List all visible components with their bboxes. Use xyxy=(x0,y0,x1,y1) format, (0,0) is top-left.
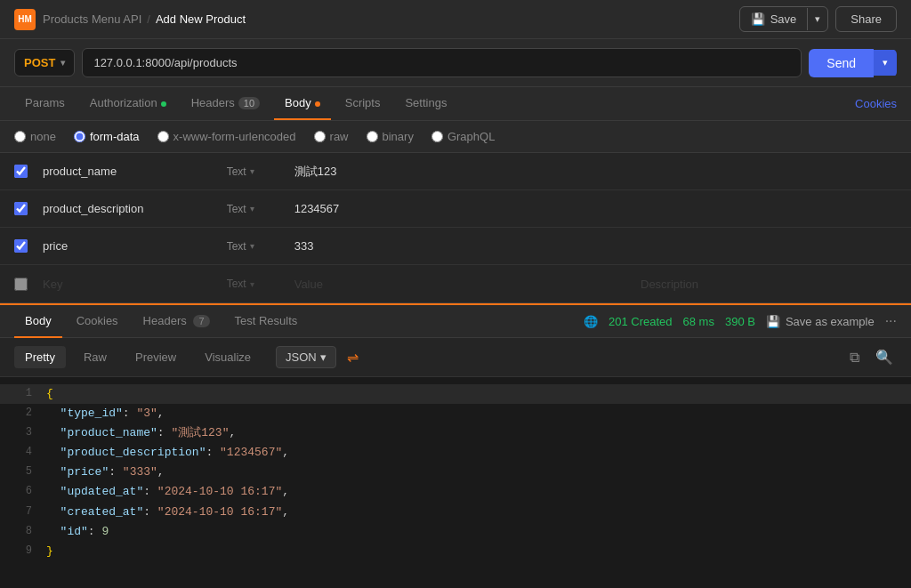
row-type-arrow-icon: ▾ xyxy=(250,166,254,176)
titlebar-right: 💾 Save ▾ Share xyxy=(739,6,897,32)
row-key-placeholder[interactable]: Key xyxy=(43,269,216,300)
row-type-arrow-icon: ▾ xyxy=(250,279,254,289)
line-number: 6 xyxy=(14,482,32,502)
save-icon: 💾 xyxy=(751,12,765,26)
format-type-label: JSON xyxy=(286,350,317,364)
row-type-select[interactable]: Text ▾ xyxy=(216,240,287,253)
tab-body[interactable]: Body xyxy=(274,87,331,120)
row-value-placeholder[interactable]: Value xyxy=(287,269,633,300)
radio-urlencoded-input[interactable] xyxy=(157,131,169,142)
row-value: 1234567 xyxy=(287,193,633,224)
radio-raw-input[interactable] xyxy=(314,131,326,142)
response-tab-test-results[interactable]: Test Results xyxy=(224,305,309,338)
tab-scripts[interactable]: Scripts xyxy=(335,87,391,120)
row-description xyxy=(633,238,897,255)
json-line: 1{ xyxy=(0,384,911,404)
save-example-button[interactable]: 💾 Save as example xyxy=(766,315,875,328)
save-example-label: Save as example xyxy=(786,315,875,328)
urlbar: POST ▾ Send ▾ xyxy=(0,39,911,87)
row-value: 測試123 xyxy=(287,155,633,189)
headers-label: Headers xyxy=(191,96,235,109)
line-number: 8 xyxy=(14,522,32,542)
row-checkbox[interactable] xyxy=(14,165,28,178)
row-type-select[interactable]: Text ▾ xyxy=(216,278,287,290)
filter-icon[interactable]: ⇌ xyxy=(343,345,362,369)
line-content: } xyxy=(46,542,53,561)
format-tab-visualize[interactable]: Visualize xyxy=(194,346,262,368)
json-line: 8 "id": 9 xyxy=(0,522,911,542)
format-tab-raw[interactable]: Raw xyxy=(73,346,117,368)
row-type-select[interactable]: Text ▾ xyxy=(216,203,287,215)
radio-urlencoded[interactable]: x-www-form-urlencoded xyxy=(157,130,296,143)
row-type-label: Text xyxy=(227,203,246,215)
url-input[interactable] xyxy=(82,48,802,77)
send-button-group[interactable]: Send ▾ xyxy=(809,49,897,77)
table-row: product_description Text ▾ 1234567 xyxy=(0,190,911,228)
row-checkbox[interactable] xyxy=(14,239,28,253)
response-size: 390 B xyxy=(725,315,755,328)
line-content: { xyxy=(46,384,53,404)
row-key: price xyxy=(43,230,216,262)
radio-form-data-input[interactable] xyxy=(74,131,85,142)
save-button[interactable]: 💾 Save xyxy=(740,7,808,31)
titlebar-left: HM Products Menu API / Add New Product xyxy=(14,9,246,30)
send-button[interactable]: Send xyxy=(809,49,874,77)
method-label: POST xyxy=(24,56,55,69)
row-key: product_description xyxy=(43,193,216,224)
send-dropdown-arrow[interactable]: ▾ xyxy=(874,50,897,76)
format-type-arrow-icon: ▾ xyxy=(320,350,327,364)
method-select[interactable]: POST ▾ xyxy=(14,49,75,77)
radio-graphql-input[interactable] xyxy=(431,131,443,142)
radio-none-input[interactable] xyxy=(14,131,26,142)
tab-authorization[interactable]: Authorization xyxy=(79,87,177,120)
response-tab-body[interactable]: Body xyxy=(14,305,62,338)
row-type-select[interactable]: Text ▾ xyxy=(216,165,287,178)
radio-form-data[interactable]: form-data xyxy=(74,130,140,143)
radio-graphql[interactable]: GraphQL xyxy=(431,130,495,143)
save-label: Save xyxy=(770,12,797,26)
table-row: price Text ▾ 333 xyxy=(0,228,911,265)
line-content: "price": "333", xyxy=(46,463,165,482)
tab-settings[interactable]: Settings xyxy=(394,87,457,120)
body-label: Body xyxy=(285,96,311,109)
row-checkbox-wrapper xyxy=(14,202,36,215)
radio-raw[interactable]: raw xyxy=(314,130,349,143)
row-type-label: Text xyxy=(227,165,246,178)
row-checkbox[interactable] xyxy=(14,278,28,291)
row-checkbox[interactable] xyxy=(14,202,28,215)
response-tab-cookies[interactable]: Cookies xyxy=(66,305,129,338)
line-number: 3 xyxy=(14,423,32,443)
authorization-label: Authorization xyxy=(90,96,157,109)
titlebar: HM Products Menu API / Add New Product 💾… xyxy=(0,0,911,39)
radio-binary-input[interactable] xyxy=(367,131,378,142)
json-line: 5 "price": "333", xyxy=(0,463,911,482)
cookies-link[interactable]: Cookies xyxy=(855,97,897,110)
tab-headers[interactable]: Headers10 xyxy=(181,87,270,120)
response-tab-headers[interactable]: Headers 7 xyxy=(133,305,221,338)
format-type-select[interactable]: JSON ▾ xyxy=(276,346,336,368)
share-button[interactable]: Share xyxy=(835,6,897,32)
authorization-dot xyxy=(161,101,166,107)
more-options-button[interactable]: ··· xyxy=(885,313,897,329)
breadcrumb-parent[interactable]: Products Menu API xyxy=(43,12,141,26)
tab-params[interactable]: Params xyxy=(14,87,76,120)
search-button[interactable]: 🔍 xyxy=(872,345,897,369)
response-time: 68 ms xyxy=(683,315,714,328)
save-dropdown-arrow[interactable]: ▾ xyxy=(807,8,827,30)
json-line: 9} xyxy=(0,542,911,561)
save-example-icon: 💾 xyxy=(766,315,780,328)
radio-binary[interactable]: binary xyxy=(367,130,414,143)
json-line: 4 "product_description": "1234567", xyxy=(0,443,911,463)
copy-button[interactable]: ⧉ xyxy=(846,345,863,369)
line-content: "type_id": "3", xyxy=(46,404,165,423)
row-description xyxy=(633,163,897,181)
radio-none[interactable]: none xyxy=(14,130,56,143)
line-number: 2 xyxy=(14,404,32,423)
format-tab-pretty[interactable]: Pretty xyxy=(14,346,66,368)
json-line: 7 "created_at": "2024-10-10 16:17", xyxy=(0,503,911,522)
row-description-placeholder: Description xyxy=(633,269,897,300)
table-row-placeholder: Key Text ▾ Value Description xyxy=(0,265,911,302)
save-button-group[interactable]: 💾 Save ▾ xyxy=(739,6,829,32)
format-tab-preview[interactable]: Preview xyxy=(125,346,187,368)
body-dot xyxy=(315,101,320,107)
